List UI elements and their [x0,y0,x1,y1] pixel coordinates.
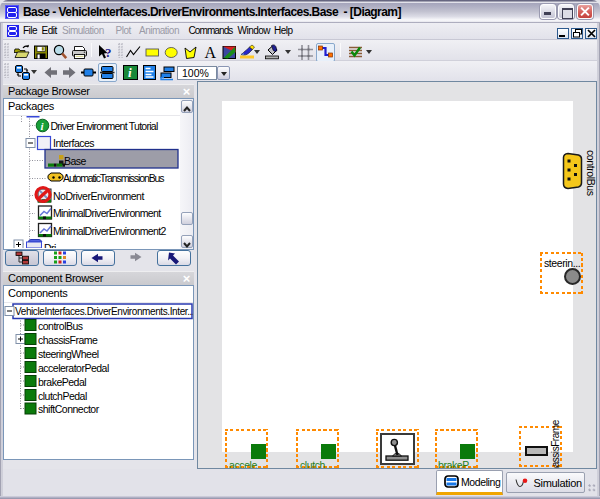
svg-text:A: A [204,44,216,61]
svg-text:?: ? [105,44,112,59]
svg-text:i: i [128,65,132,80]
